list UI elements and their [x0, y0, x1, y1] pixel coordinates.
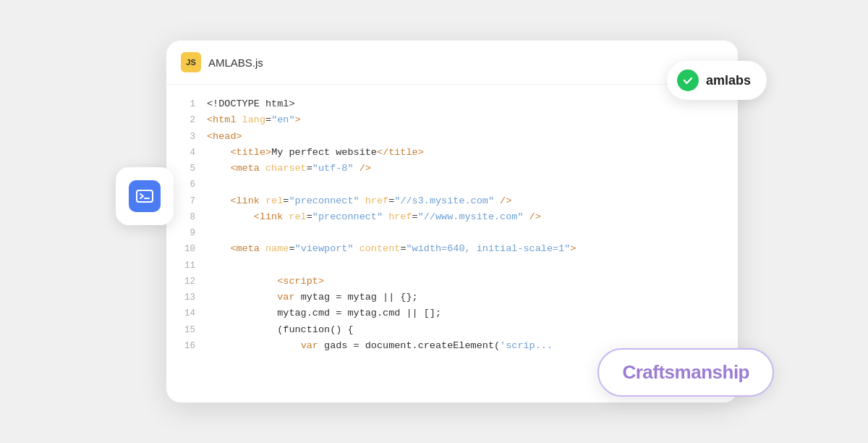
filename-label: AMLABS.js: [208, 56, 263, 69]
code-area: 1 <!DOCTYPE html> 2 <html lang="en"> 3 <…: [166, 85, 738, 366]
code-line: 3 <head>: [166, 129, 738, 145]
check-circle-icon: [677, 69, 699, 91]
terminal-svg: [135, 187, 154, 206]
line-number: 15: [174, 323, 195, 338]
code-line: 2 <html lang="en">: [166, 112, 738, 128]
code-line: 10 <meta name="viewport" content="width=…: [166, 241, 738, 257]
line-content: <!DOCTYPE html>: [207, 96, 731, 112]
line-content: <script>: [207, 274, 731, 290]
line-number: 14: [174, 306, 195, 321]
amlabs-badge: amlabs: [667, 61, 767, 100]
line-content: [207, 177, 731, 193]
line-number: 7: [174, 194, 195, 209]
terminal-card: [116, 167, 174, 225]
amlabs-label: amlabs: [706, 73, 751, 88]
code-line: 14 mytag.cmd = mytag.cmd || [];: [166, 305, 738, 321]
code-line: 12 <script>: [166, 274, 738, 290]
code-line: 4 <title>My perfect website</title>: [166, 145, 738, 161]
code-line: 1 <!DOCTYPE html>: [166, 96, 738, 112]
line-content: [207, 258, 731, 274]
line-number: 16: [174, 339, 195, 354]
svg-rect-0: [137, 190, 153, 202]
line-content: <meta charset="utf-8" />: [207, 161, 731, 177]
line-content: <meta name="viewport" content="width=640…: [207, 241, 731, 257]
code-line: 8 <link rel="preconnect" href="//www.mys…: [166, 209, 738, 225]
line-number: 4: [174, 145, 195, 161]
code-line: 6: [166, 177, 738, 193]
check-svg: [682, 75, 694, 86]
line-content: var mytag = mytag || {};: [207, 290, 731, 305]
line-content: <link rel="preconnect" href="//www.mysit…: [207, 209, 731, 225]
line-number: 1: [174, 97, 195, 112]
line-number: 8: [174, 210, 195, 225]
code-line: 11: [166, 258, 738, 274]
line-number: 10: [174, 242, 195, 257]
line-content: (function() {: [207, 322, 731, 338]
line-number: 13: [174, 290, 195, 305]
line-number: 3: [174, 130, 195, 145]
line-number: 12: [174, 274, 195, 290]
code-line: 13 var mytag = mytag || {};: [166, 290, 738, 305]
line-content: [207, 225, 731, 241]
line-content: <title>My perfect website</title>: [207, 145, 731, 161]
code-line: 7 <link rel="preconnect" href="//s3.mysi…: [166, 193, 738, 209]
terminal-icon: [129, 180, 161, 212]
scene: JS AMLABS.js 1 <!DOCTYPE html> 2 <html l…: [109, 26, 760, 417]
line-content: <html lang="en">: [207, 112, 731, 128]
line-number: 2: [174, 113, 195, 128]
line-content: <head>: [207, 129, 731, 145]
line-content: mytag.cmd = mytag.cmd || [];: [207, 305, 731, 321]
line-number: 6: [174, 177, 195, 193]
code-line: 15 (function() {: [166, 322, 738, 338]
line-number: 11: [174, 258, 195, 274]
code-line: 9: [166, 225, 738, 241]
craftsmanship-badge: Craftsmanship: [597, 348, 774, 397]
code-line: 5 <meta charset="utf-8" />: [166, 161, 738, 177]
line-number: 9: [174, 226, 195, 241]
line-content: <link rel="preconnect" href="//s3.mysite…: [207, 193, 731, 209]
craftsmanship-label: Craftsmanship: [622, 361, 749, 383]
js-badge: JS: [181, 52, 201, 72]
line-number: 5: [174, 161, 195, 177]
card-header: JS AMLABS.js: [166, 41, 738, 85]
